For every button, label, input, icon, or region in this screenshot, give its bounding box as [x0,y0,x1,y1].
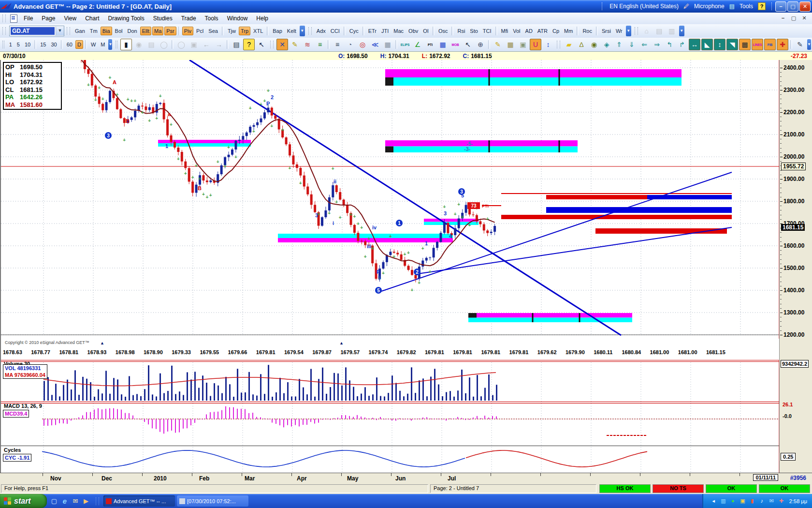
indicator-button-ad[interactable]: AD [523,27,535,35]
indicator-button-oi[interactable]: OI [421,27,431,35]
menu-item-studies[interactable]: Studies [149,14,177,23]
toolbar-grip4[interactable] [635,27,638,35]
restore-button[interactable]: ▢ [787,1,798,12]
page-layout-icon[interactable]: ▤ [145,39,157,50]
language-bar-grip[interactable] [602,2,604,10]
chevron-down-icon[interactable]: ▼ [56,27,64,35]
ellipse-tool-icon[interactable]: ELIPS [399,39,411,50]
nav-back-icon[interactable]: ← [201,39,212,50]
chart-window-icon[interactable]: ▥ [666,25,678,37]
mdi-minimize-button[interactable]: – [779,15,787,22]
timeframe-button-10[interactable]: 10 [23,40,32,49]
study-button-bol[interactable]: Bol [113,27,125,35]
shift-down-icon[interactable]: ↱ [676,39,688,50]
network-status-icon[interactable]: ▥ [720,497,727,505]
toolbar-grip2[interactable] [67,27,70,35]
study-button-xtl[interactable]: XTL [251,27,265,35]
study-button-trp[interactable]: Trp [239,27,250,35]
indicator-button-cyc[interactable]: Cyc [348,27,361,35]
zoom-in-icon[interactable]: ⊕ [475,39,486,50]
home-icon[interactable]: ⌂ [641,25,652,37]
study-button-gan[interactable]: Gan [73,27,87,35]
indicator-button-vol[interactable]: Vol [511,27,522,35]
indicator-button-mac[interactable]: Mac [392,27,406,35]
chart-style-icon[interactable]: ▮ [120,39,132,50]
toolbar-grip[interactable] [557,41,560,48]
menu-item-file[interactable]: File [19,14,37,23]
pencil-yellow-icon[interactable]: ✎ [492,39,504,50]
scroll-left-icon[interactable]: ⇐ [638,39,650,50]
tray-collapse-icon[interactable]: ◂ [710,497,717,505]
notes-icon[interactable]: ✎ [794,39,806,50]
compress-horizontal-icon[interactable]: ↔ [689,39,700,50]
chart-document-icon[interactable] [10,15,17,23]
snapshot-icon[interactable]: ◉ [133,39,145,50]
compress-diagonal-icon[interactable]: ◣ [701,39,713,50]
copy-page-icon[interactable]: ▣ [517,39,529,50]
indicator-button-mm[interactable]: Mm [562,27,575,35]
indicator-button-cp[interactable]: Cp [551,27,561,35]
angle-tool-icon[interactable]: ∠ [412,39,423,50]
pti-tool-icon[interactable]: PTI [424,39,436,50]
indicator-button-adx[interactable]: Adx [315,27,328,35]
multi-trendline-icon[interactable]: ≋ [302,39,313,50]
split-adjust-icon[interactable]: ↕ [542,39,554,50]
indicator-button-mfi[interactable]: Mfi [499,27,510,35]
minimize-button[interactable]: – [775,1,786,12]
time-cycle-icon[interactable]: ◔ [344,39,356,50]
indicator-button-sto[interactable]: Sto [468,27,480,35]
expert-elliott-icon[interactable]: ✕ [276,39,288,50]
print-icon[interactable]: ▤ [231,39,242,50]
alert-icon[interactable]: ✚ [778,497,785,505]
language-indicator[interactable]: EN English (United States) [609,3,679,10]
retracement-icon[interactable]: ≡ [332,39,343,50]
study-button-ellt[interactable]: Ellt [140,27,151,35]
update-shield-icon[interactable]: ▣ [739,497,746,505]
timeframe-button-1[interactable]: 1 [7,40,14,49]
start-button[interactable]: start [0,494,47,508]
toolbar-grip[interactable] [2,27,6,35]
study-button-pcl[interactable]: Pcl [194,27,205,35]
timeframe-button-w[interactable]: W [89,40,98,49]
study-button-bia[interactable]: Bia [101,27,112,35]
study-button-don[interactable]: Don [126,27,139,35]
toolbar-grip6[interactable] [116,41,117,48]
timeframe-button-d[interactable]: D [75,40,83,49]
price-axis[interactable]: 2400.002300.002200.002100.002000.001900.… [779,60,812,473]
tiles-icon[interactable]: ▦ [505,39,516,50]
pencil-icon[interactable]: ✎ [289,39,301,50]
timeframe-button-30[interactable]: 30 [49,40,58,49]
timeframe-button-5[interactable]: 5 [15,40,22,49]
chart-canvas[interactable]: ++++++++++++++++++++++++++++++++++++++++… [1,60,780,339]
antivirus-icon[interactable]: ● [729,497,737,505]
studies-overflow-button[interactable]: ▼ [300,26,305,36]
shift-up-icon[interactable]: ↰ [664,39,675,50]
scroll-down-icon[interactable]: ⇓ [626,39,638,50]
refresh-diamond-icon[interactable]: ◈ [601,39,612,50]
price-chart[interactable]: ++++++++++++++++++++++++++++++++++++++++… [0,60,780,339]
option-circle-icon[interactable]: ◉ [588,39,600,50]
grid-blue-icon[interactable]: ▦ [437,39,449,50]
timeframe-button-15[interactable]: 15 [38,40,48,49]
mini-overflow-button[interactable]: ▼ [679,26,684,36]
study-button-sea[interactable]: Sea [206,27,220,35]
study-button-ma[interactable]: Ma [152,27,163,35]
indicator-button-srsi[interactable]: Srsi [600,27,613,35]
toolbar-overflow-button[interactable]: ▼ [807,39,811,50]
undo-tool-icon[interactable]: U [530,39,541,50]
internet-explorer-icon[interactable]: e [60,497,69,506]
indicator-button-osc[interactable]: Osc [436,27,450,35]
menu-item-trade[interactable]: Trade [177,14,201,23]
indicator-button-rsi[interactable]: Rsi [455,27,467,35]
menu-item-page[interactable]: Page [37,14,59,23]
menu-item-help[interactable]: Help [252,14,273,23]
grid-gray-icon[interactable]: ▦ [382,39,393,50]
study-button-piv[interactable]: Piv [182,27,193,35]
language-help-button[interactable]: ? [758,2,766,10]
indicator-button-obv[interactable]: Obv [406,27,420,35]
indicator-button-roc[interactable]: Roc [580,27,594,35]
timeframe-overflow-button[interactable]: ▼ [108,39,112,50]
support-resistance-icon[interactable]: ≡ [314,39,326,50]
indicator-button-tci[interactable]: TCI [481,27,493,35]
toolbar-grip5[interactable] [2,41,4,48]
